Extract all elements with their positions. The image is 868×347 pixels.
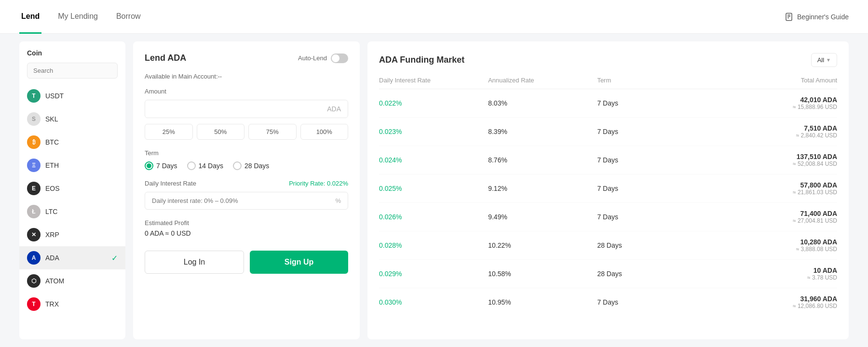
radio-circle [233,161,242,170]
table-row: 0.026% 9.49% 7 Days 71,400 ADA ≈ 27,004.… [379,203,837,231]
term-option-14-days[interactable]: 14 Days [187,161,223,170]
coin-panel: Coin T USDT S SKL ₿ BTC Ξ ETH E EOS [19,41,125,339]
coin-left: T TRX [27,297,59,311]
usd-amount: ≈ 2,840.42 USD [706,132,837,139]
coin-name-trx: TRX [45,300,59,308]
term-cell: 7 Days [597,128,706,135]
lend-header: Lend ADA Auto-Lend [145,53,348,63]
percent-button-25[interactable]: 25% [145,124,193,140]
usd-amount: ≈ 3.78 USD [706,274,837,281]
term-label: Term [145,149,348,157]
interest-header: Daily Interest Rate Priority Rate: 0.022… [145,180,348,187]
login-button[interactable]: Log In [145,251,244,274]
radio-circle [145,161,153,170]
main-amount: 31,960 ADA [706,295,837,303]
radio-inner [147,163,151,168]
main-amount: 10,280 ADA [706,238,837,246]
interest-label: Daily Interest Rate [145,180,196,187]
total-amount-cell: 57,800 ADA ≈ 21,861.03 USD [706,181,837,196]
percent-button-100[interactable]: 100% [300,124,349,140]
amount-input[interactable] [152,105,327,113]
term-option-7-days[interactable]: 7 Days [145,161,177,170]
daily-rate-cell[interactable]: 0.022% [379,99,488,107]
usd-amount: ≈ 12,086.80 USD [706,303,837,309]
coin-item-eos[interactable]: E EOS [19,177,125,200]
term-label-text: 7 Days [156,162,177,170]
percent-button-75[interactable]: 75% [248,124,297,140]
total-amount-cell: 137,510 ADA ≈ 52,008.84 USD [706,153,837,167]
term-cell: 7 Days [597,185,706,192]
top-navigation: Lend My Lending Borrow Beginner's Guide [0,0,868,34]
term-cell: 28 Days [597,241,706,249]
tab-my-lending[interactable]: My Lending [56,0,100,34]
coin-item-eth[interactable]: Ξ ETH [19,154,125,177]
coin-item-trx[interactable]: T TRX [19,293,125,316]
coin-item-btc[interactable]: ₿ BTC [19,131,125,154]
market-header: ADA Funding Market All ▼ [379,53,837,67]
total-amount-cell: 31,960 ADA ≈ 12,086.80 USD [706,295,837,309]
coin-name-skl: SKL [45,115,58,123]
annualized-rate-cell: 10.95% [488,298,597,306]
coin-left: E EOS [27,182,60,195]
usd-amount: ≈ 27,004.81 USD [706,217,837,224]
term-label-text: 14 Days [199,162,223,170]
daily-rate-cell[interactable]: 0.024% [379,156,488,164]
signup-button[interactable]: Sign Up [250,251,348,274]
coin-item-skl[interactable]: S SKL [19,107,125,131]
daily-rate-cell[interactable]: 0.025% [379,185,488,192]
amount-input-wrap: ADA [145,100,348,118]
search-input[interactable] [27,63,118,79]
auto-lend-toggle[interactable] [331,53,348,63]
tab-lend[interactable]: Lend [19,0,41,34]
annualized-rate-cell: 10.22% [488,241,597,249]
interest-rate-input[interactable] [152,197,335,204]
main-amount: 137,510 ADA [706,153,837,160]
usd-amount: ≈ 15,888.96 USD [706,104,837,110]
filter-all-label: All [817,56,824,64]
auto-lend-row: Auto-Lend [298,53,348,63]
coin-item-usdt[interactable]: T USDT [19,84,125,107]
coin-item-xrp[interactable]: ✕ XRP [19,223,125,246]
beginner-guide-button[interactable]: Beginner's Guide [785,13,849,21]
coin-left: Ξ ETH [27,159,59,172]
annualized-rate-cell: 8.76% [488,156,597,164]
coin-item-ada[interactable]: A ADA ✓ [19,246,125,269]
term-option-28-days[interactable]: 28 Days [233,161,269,170]
filter-all-button[interactable]: All ▼ [811,53,837,67]
coin-name-ada: ADA [45,254,59,262]
table-row: 0.023% 8.39% 7 Days 7,510 ADA ≈ 2,840.42… [379,118,837,146]
th-daily-interest-rate: Daily Interest Rate [379,77,488,84]
coin-icon-trx: T [27,297,41,311]
coin-left: ⬡ ATOM [27,274,64,288]
coin-left: ₿ BTC [27,135,59,149]
daily-rate-cell[interactable]: 0.023% [379,128,488,135]
annualized-rate-cell: 8.03% [488,99,597,107]
main-content: Coin T USDT S SKL ₿ BTC Ξ ETH E EOS [0,34,868,347]
guide-icon [785,13,793,21]
available-balance: Available in Main Account:-- [145,73,348,80]
interest-section: Daily Interest Rate Priority Rate: 0.022… [145,180,348,210]
usd-amount: ≈ 52,008.84 USD [706,160,837,167]
th-term: Term [597,77,706,84]
daily-rate-cell[interactable]: 0.030% [379,298,488,306]
table-row: 0.028% 10.22% 28 Days 10,280 ADA ≈ 3,888… [379,231,837,260]
coin-item-atom[interactable]: ⬡ ATOM [19,269,125,293]
tab-borrow[interactable]: Borrow [114,0,143,34]
coin-icon-eos: E [27,182,41,195]
daily-rate-cell[interactable]: 0.026% [379,213,488,221]
percent-button-50[interactable]: 50% [197,124,245,140]
coin-item-ltc[interactable]: Ł LTC [19,200,125,223]
daily-rate-cell[interactable]: 0.029% [379,270,488,278]
coin-left: T USDT [27,89,64,103]
market-title: ADA Funding Market [379,55,464,65]
coin-icon-xrp: ✕ [27,228,41,241]
th-annualized-rate: Annualized Rate [488,77,597,84]
main-amount: 42,010 ADA [706,96,837,104]
daily-rate-cell[interactable]: 0.028% [379,241,488,249]
coin-icon-ada: A [27,251,41,265]
coin-name-eos: EOS [45,185,60,192]
market-table: Daily Interest RateAnnualized RateTermTo… [379,77,837,316]
profit-label: Estimated Profit [145,219,348,227]
priority-rate-label: Priority Rate: [289,180,325,187]
annualized-rate-cell: 9.49% [488,213,597,221]
